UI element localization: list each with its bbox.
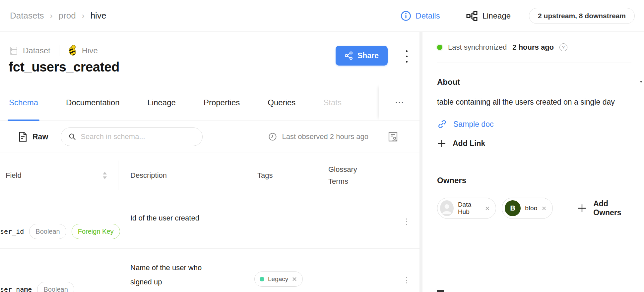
column-header-tags: Tags: [257, 171, 273, 180]
field-description: Id of the user created: [130, 211, 199, 225]
sample-doc-link[interactable]: Sample doc: [437, 119, 631, 129]
table-row[interactable]: Name of the user who signed up Legacy us…: [0, 249, 420, 292]
plus-icon: [577, 203, 587, 213]
close-icon[interactable]: [542, 206, 547, 211]
add-owners-button[interactable]: Add Owners: [577, 199, 631, 217]
edit-icon[interactable]: [640, 81, 642, 82]
details-toggle[interactable]: Details: [401, 11, 440, 21]
avatar: [440, 200, 454, 216]
share-label: Share: [357, 51, 379, 60]
tab-lineage[interactable]: Lineage: [147, 84, 175, 121]
search-input[interactable]: [81, 132, 199, 141]
raw-toggle-button[interactable]: Raw: [18, 131, 48, 142]
tag-chip-legacy[interactable]: Legacy: [254, 271, 303, 287]
tab-schema[interactable]: Schema: [9, 84, 38, 121]
details-label: Details: [416, 11, 440, 21]
owner-name: bfoo: [525, 205, 537, 212]
tab-queries[interactable]: Queries: [268, 84, 295, 121]
hive-logo-icon: [68, 45, 77, 56]
page-title: fct_users_created: [9, 60, 119, 74]
field-name-cell: user_name Boolean: [0, 282, 122, 292]
dataset-icon: [9, 46, 18, 55]
last-observed-label: Last observed 2 hours ago: [282, 132, 368, 141]
breadcrumb: Datasets › prod › hive: [10, 11, 106, 21]
owner-chip-bfoo[interactable]: B bfoo: [502, 198, 553, 219]
field-name: user_name: [0, 285, 32, 292]
tag-label: Legacy: [268, 275, 288, 283]
about-description: table containing all the users created o…: [437, 95, 636, 109]
plus-icon: [437, 139, 446, 148]
platform-label: Hive: [82, 46, 98, 55]
entity-sidebar: Last synchronized 2 hours ago ? About ta…: [422, 32, 644, 292]
link-icon: [437, 119, 447, 129]
scrollbar[interactable]: [420, 32, 422, 292]
entity-tabs: Schema Documentation Lineage Properties …: [0, 84, 420, 121]
close-icon[interactable]: [292, 276, 297, 282]
clock-icon: [268, 132, 277, 141]
field-name-cell: user_id Boolean Foreign Key: [0, 224, 122, 239]
last-observed: Last observed 2 hours ago: [268, 132, 368, 141]
owner-name: Data Hub: [458, 201, 481, 216]
lineage-count-badge[interactable]: 2 upstream, 8 downstream: [529, 8, 635, 24]
lineage-graph-icon: [466, 11, 478, 21]
document-icon: [18, 131, 28, 142]
tabs-overflow-button[interactable]: ⋯: [379, 84, 420, 121]
tag-color-dot: [260, 277, 264, 281]
sample-doc-label: Sample doc: [453, 120, 493, 129]
add-owners-label: Add Owners: [593, 199, 631, 217]
type-badge: Boolean: [37, 282, 74, 292]
entity-type-row: Dataset Hive: [9, 45, 98, 56]
row-options-kebab-icon[interactable]: [406, 219, 407, 225]
add-link-label: Add Link: [453, 139, 485, 148]
entity-main-panel: Dataset Hive Share fct_users_created Sch…: [0, 32, 420, 292]
tab-documentation[interactable]: Documentation: [66, 84, 119, 121]
owner-chip-datahub[interactable]: Data Hub: [437, 198, 496, 219]
foreign-key-badge[interactable]: Foreign Key: [72, 224, 120, 239]
chevron-right-icon: ›: [50, 11, 53, 21]
field-name: user_id: [0, 227, 24, 235]
entity-type-label: Dataset: [23, 46, 50, 55]
divider: [59, 45, 59, 56]
row-options-kebab-icon[interactable]: [406, 277, 407, 283]
question-circle-icon[interactable]: ?: [559, 43, 567, 51]
schema-table-header: Field Description Tags Glossary Terms: [0, 153, 420, 198]
sort-icon[interactable]: [102, 172, 107, 179]
share-button[interactable]: Share: [336, 46, 388, 66]
tab-properties[interactable]: Properties: [204, 84, 240, 121]
sync-status-time: 2 hours ago: [512, 43, 554, 52]
avatar: B: [505, 200, 521, 216]
tab-stats: Stats: [323, 84, 342, 121]
ellipsis-icon: ⋯: [395, 97, 404, 108]
divider: [437, 63, 631, 63]
lineage-label: Lineage: [483, 11, 511, 21]
next-section-heading-clipped: [437, 290, 444, 292]
schema-toolbar: Raw Last observed 2 hours ago: [0, 121, 420, 153]
search-icon: [68, 133, 76, 141]
sync-status-dot: [437, 45, 442, 50]
add-link-button[interactable]: Add Link: [437, 139, 631, 148]
owners-section-heading: Owners: [437, 176, 631, 185]
field-description: Name of the user who signed up: [130, 261, 221, 289]
sync-status-label: Last synchronized: [448, 43, 507, 52]
owners-list: Data Hub B bfoo Add Owners: [437, 198, 631, 219]
breadcrumb-hive[interactable]: hive: [91, 11, 106, 21]
column-header-description: Description: [130, 171, 167, 180]
sync-status: Last synchronized 2 hours ago ?: [437, 43, 631, 52]
column-header-glossary-terms: Glossary Terms: [328, 164, 378, 187]
close-icon[interactable]: [485, 206, 490, 211]
raw-label: Raw: [32, 132, 48, 141]
audit-log-icon[interactable]: [388, 131, 398, 142]
about-section-heading: About: [437, 77, 631, 87]
breadcrumb-datasets[interactable]: Datasets: [10, 11, 44, 21]
share-icon: [345, 51, 353, 60]
schema-search: [61, 127, 203, 146]
lineage-toggle[interactable]: Lineage: [466, 11, 511, 21]
column-header-field: Field: [6, 171, 22, 180]
type-badge: Boolean: [29, 224, 66, 239]
table-row[interactable]: Id of the user created user_id Boolean F…: [0, 198, 420, 249]
more-options-kebab-icon[interactable]: [403, 50, 410, 63]
info-circle-icon: [401, 11, 411, 21]
top-bar: Datasets › prod › hive Details Lineage 2…: [0, 0, 644, 32]
breadcrumb-prod[interactable]: prod: [59, 11, 76, 21]
chevron-right-icon: ›: [82, 11, 85, 21]
